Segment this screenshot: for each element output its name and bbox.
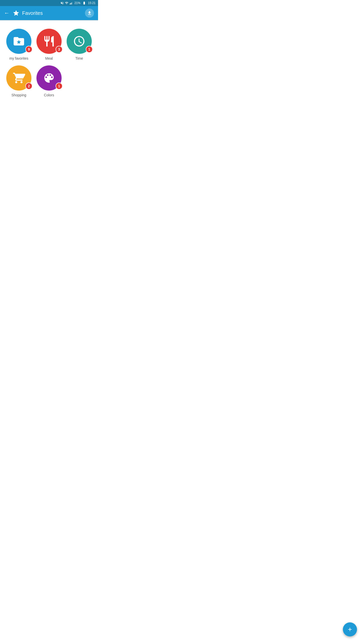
time-label: Time (75, 56, 83, 60)
my-favorites-icon-wrapper: 9 (6, 29, 31, 54)
cutlery-icon (43, 35, 55, 48)
shopping-badge: 2 (25, 83, 32, 90)
star-icon (13, 10, 20, 17)
colors-badge: 1 (56, 83, 63, 90)
signal-icon (69, 1, 73, 5)
mute-icon (60, 1, 64, 5)
palette-icon (43, 72, 55, 84)
meal-icon-wrapper: 3 (36, 29, 62, 54)
colors-icon-wrapper: 1 (36, 65, 62, 91)
my-favorites-badge: 9 (25, 46, 32, 53)
grid-item-my-favorites[interactable]: 9 my favorites (5, 29, 33, 60)
cart-icon (13, 72, 25, 84)
clock-icon (73, 35, 85, 48)
time-text: 15:21 (88, 1, 96, 5)
grid-item-time[interactable]: 1 Time (65, 29, 93, 60)
app-bar-title: Favorites (13, 10, 43, 17)
svg-rect-1 (70, 3, 71, 5)
page-title: Favorites (22, 10, 43, 16)
favorites-grid: 9 my favorites 3 Meal (5, 29, 93, 97)
meal-badge: 3 (56, 46, 63, 53)
battery-text: 21% (74, 1, 80, 5)
main-content: 9 my favorites 3 Meal (0, 21, 98, 105)
app-bar: ← Favorites (0, 6, 98, 20)
svg-rect-2 (71, 3, 72, 5)
svg-rect-0 (70, 4, 70, 4)
grid-item-colors[interactable]: 1 Colors (35, 65, 63, 97)
grid-item-shopping[interactable]: 2 Shopping (5, 65, 33, 97)
status-bar: 21% 15:21 (0, 0, 98, 6)
grid-item-meal[interactable]: 3 Meal (35, 29, 63, 60)
time-badge: 1 (86, 46, 93, 53)
shopping-label: Shopping (11, 93, 26, 97)
folder-star-icon (13, 35, 25, 48)
wifi-icon (65, 1, 68, 5)
svg-rect-3 (72, 2, 72, 5)
status-icons (60, 1, 73, 5)
battery-icon (82, 1, 86, 5)
download-button[interactable] (85, 9, 94, 18)
my-favorites-label: my favorites (9, 56, 28, 60)
time-icon-wrapper: 1 (67, 29, 92, 54)
colors-label: Colors (44, 93, 54, 97)
app-bar-left: ← Favorites (4, 10, 43, 17)
back-button[interactable]: ← (4, 10, 10, 16)
download-icon (87, 11, 92, 16)
meal-label: Meal (45, 56, 53, 60)
shopping-icon-wrapper: 2 (6, 65, 31, 91)
